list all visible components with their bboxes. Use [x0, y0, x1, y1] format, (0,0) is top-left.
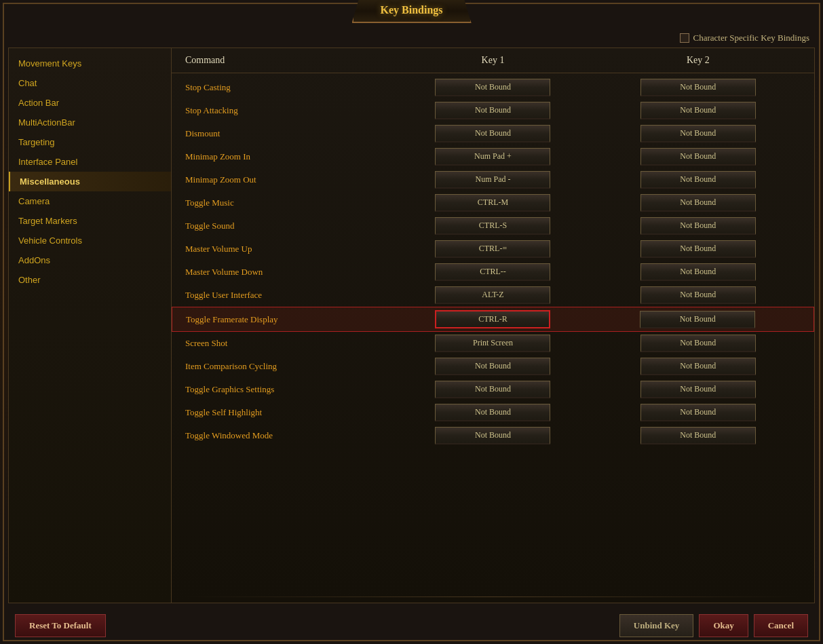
key2-binding: Not Bound: [596, 240, 801, 258]
key1-button[interactable]: CTRL--: [435, 263, 550, 281]
command-name: Toggle User Interface: [185, 290, 390, 301]
sidebar-item-chat[interactable]: Chat: [9, 73, 171, 93]
key1-button[interactable]: CTRL-M: [435, 194, 550, 212]
table-row: Master Volume UpCTRL-=Not Bound: [172, 238, 814, 261]
sidebar-item-camera[interactable]: Camera: [9, 191, 171, 211]
table-row: Toggle Self HighlightNot BoundNot Bound: [172, 401, 814, 424]
key1-button[interactable]: Not Bound: [435, 381, 550, 398]
col-key1: Key 1: [390, 55, 595, 66]
key2-binding: Not Bound: [596, 404, 801, 421]
key2-binding: Not Bound: [596, 171, 801, 189]
key1-binding: Num Pad -: [390, 171, 595, 189]
footer-right-buttons: Unbind Key Okay Cancel: [619, 614, 808, 637]
key1-binding: CTRL-R: [391, 310, 596, 328]
key2-binding: Not Bound: [596, 358, 801, 375]
content-divider: [185, 596, 801, 597]
key1-binding: ALT-Z: [390, 286, 595, 304]
table-row: Toggle User InterfaceALT-ZNot Bound: [172, 284, 814, 307]
key1-button[interactable]: Num Pad +: [435, 148, 550, 166]
command-name: Toggle Framerate Display: [186, 314, 391, 325]
key2-button[interactable]: Not Bound: [640, 79, 756, 96]
table-body: Stop CastingNot BoundNot BoundStop Attac…: [172, 73, 814, 591]
sidebar-item-other[interactable]: Other: [9, 270, 171, 290]
key2-button[interactable]: Not Bound: [640, 102, 756, 119]
char-specific-checkbox[interactable]: [680, 33, 689, 43]
key2-binding: Not Bound: [596, 335, 801, 352]
key1-button[interactable]: Not Bound: [435, 102, 550, 119]
table-row: Screen ShotPrint ScreenNot Bound: [172, 332, 814, 355]
key1-button[interactable]: CTRL-=: [435, 240, 550, 258]
command-name: Master Volume Down: [185, 267, 390, 278]
table-row: Toggle Framerate DisplayCTRL-RNot Bound: [172, 307, 814, 332]
command-name: Toggle Windowed Mode: [185, 430, 390, 441]
key2-button[interactable]: Not Bound: [640, 148, 756, 166]
key2-binding: Not Bound: [596, 102, 801, 119]
content-area: Command Key 1 Key 2 Stop CastingNot Boun…: [171, 48, 815, 603]
title-bar: Key Bindings: [351, 0, 471, 23]
key1-binding: Not Bound: [390, 427, 595, 444]
key1-button[interactable]: CTRL-R: [435, 310, 550, 328]
key2-button[interactable]: Not Bound: [640, 427, 756, 444]
sidebar-item-addons[interactable]: AddOns: [9, 250, 171, 270]
key2-button[interactable]: Not Bound: [640, 125, 756, 143]
sidebar-item-vehicle-controls[interactable]: Vehicle Controls: [9, 231, 171, 250]
key1-button[interactable]: Not Bound: [435, 427, 550, 444]
footer: Reset To Default Unbind Key Okay Cancel: [8, 607, 815, 644]
unbind-key-button[interactable]: Unbind Key: [619, 614, 694, 637]
key2-button[interactable]: Not Bound: [640, 358, 756, 375]
key2-button[interactable]: Not Bound: [640, 311, 755, 328]
key2-button[interactable]: Not Bound: [640, 404, 756, 421]
key2-button[interactable]: Not Bound: [640, 171, 756, 189]
cancel-button[interactable]: Cancel: [754, 614, 808, 637]
command-name: Item Comparison Cycling: [185, 361, 390, 372]
sidebar-item-interface-panel[interactable]: Interface Panel: [9, 152, 171, 172]
table-row: Minimap Zoom InNum Pad +Not Bound: [172, 145, 814, 168]
key2-button[interactable]: Not Bound: [640, 240, 756, 258]
table-row: Stop AttackingNot BoundNot Bound: [172, 99, 814, 122]
command-name: Minimap Zoom In: [185, 151, 390, 162]
key2-button[interactable]: Not Bound: [640, 194, 756, 212]
key2-button[interactable]: Not Bound: [640, 381, 756, 398]
key1-binding: Print Screen: [390, 335, 595, 352]
title-container: Key Bindings: [351, 0, 471, 23]
key1-button[interactable]: Not Bound: [435, 404, 550, 421]
sidebar-item-miscellaneous[interactable]: Miscellaneous: [9, 172, 171, 191]
sidebar-item-targeting[interactable]: Targeting: [9, 132, 171, 152]
command-name: Toggle Graphics Settings: [185, 384, 390, 395]
key2-binding: Not Bound: [596, 217, 801, 235]
col-command: Command: [185, 55, 390, 66]
table-row: Toggle Graphics SettingsNot BoundNot Bou…: [172, 378, 814, 401]
key1-button[interactable]: Not Bound: [435, 358, 550, 375]
reset-to-default-button[interactable]: Reset To Default: [15, 614, 106, 637]
key1-binding: CTRL--: [390, 263, 595, 281]
key1-button[interactable]: Num Pad -: [435, 171, 550, 189]
key1-button[interactable]: ALT-Z: [435, 286, 550, 304]
key2-button[interactable]: Not Bound: [640, 286, 756, 304]
key2-binding: Not Bound: [596, 125, 801, 143]
command-name: Stop Attacking: [185, 105, 390, 116]
key2-binding: Not Bound: [596, 79, 801, 96]
key1-binding: CTRL-M: [390, 194, 595, 212]
key2-binding: Not Bound: [595, 311, 800, 328]
table-row: Toggle Windowed ModeNot BoundNot Bound: [172, 424, 814, 447]
table-row: DismountNot BoundNot Bound: [172, 122, 814, 145]
sidebar-item-multi-action-bar[interactable]: MultiActionBar: [9, 113, 171, 132]
sidebar-item-movement-keys[interactable]: Movement Keys: [9, 54, 171, 73]
key2-button[interactable]: Not Bound: [640, 263, 756, 281]
main-layout: Movement KeysChatAction BarMultiActionBa…: [8, 27, 815, 603]
key1-binding: Not Bound: [390, 79, 595, 96]
key1-button[interactable]: Not Bound: [435, 79, 550, 96]
sidebar-item-target-markers[interactable]: Target Markers: [9, 211, 171, 231]
command-name: Screen Shot: [185, 338, 390, 349]
table-row: Minimap Zoom OutNum Pad -Not Bound: [172, 168, 814, 191]
key2-button[interactable]: Not Bound: [640, 335, 756, 352]
key2-button[interactable]: Not Bound: [640, 217, 756, 235]
key1-button[interactable]: Not Bound: [435, 125, 550, 143]
command-name: Toggle Self Highlight: [185, 407, 390, 418]
okay-button[interactable]: Okay: [699, 614, 748, 637]
key1-button[interactable]: CTRL-S: [435, 217, 550, 235]
command-name: Master Volume Up: [185, 244, 390, 254]
sidebar-item-action-bar[interactable]: Action Bar: [9, 93, 171, 113]
key1-button[interactable]: Print Screen: [435, 335, 550, 352]
key2-binding: Not Bound: [596, 148, 801, 166]
